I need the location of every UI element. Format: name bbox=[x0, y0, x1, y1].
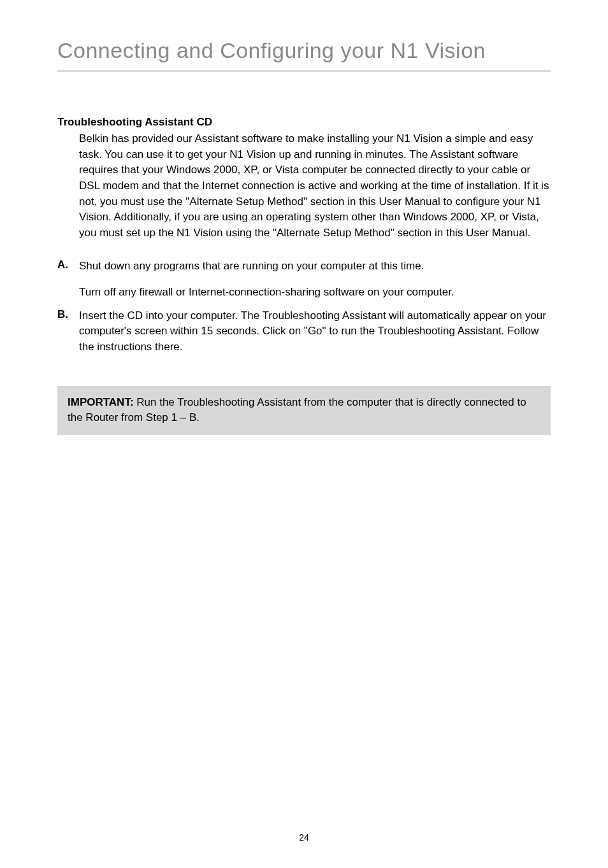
list-marker-b: B. bbox=[57, 308, 79, 355]
page-title: Connecting and Configuring your N1 Visio… bbox=[57, 38, 551, 71]
important-label: IMPORTANT: bbox=[68, 396, 134, 408]
list-content-a: Shut down any programs that are running … bbox=[79, 259, 551, 300]
intro-paragraph: Belkin has provided our Assistant softwa… bbox=[79, 131, 551, 241]
page-number: 24 bbox=[0, 832, 608, 843]
list-item: B. Insert the CD into your computer. The… bbox=[57, 308, 551, 355]
list-item: A. Shut down any programs that are runni… bbox=[57, 259, 551, 300]
list-paragraph: Shut down any programs that are running … bbox=[79, 259, 551, 274]
important-text: Run the Troubleshooting Assistant from t… bbox=[68, 396, 526, 424]
important-box: IMPORTANT: Run the Troubleshooting Assis… bbox=[57, 386, 551, 435]
list-marker-a: A. bbox=[57, 259, 79, 300]
list-paragraph: Turn off any firewall or Internet-connec… bbox=[79, 285, 551, 301]
list-paragraph: Insert the CD into your computer. The Tr… bbox=[79, 308, 551, 355]
list-content-b: Insert the CD into your computer. The Tr… bbox=[79, 308, 551, 355]
section-heading: Troubleshooting Assistant CD bbox=[57, 116, 551, 129]
